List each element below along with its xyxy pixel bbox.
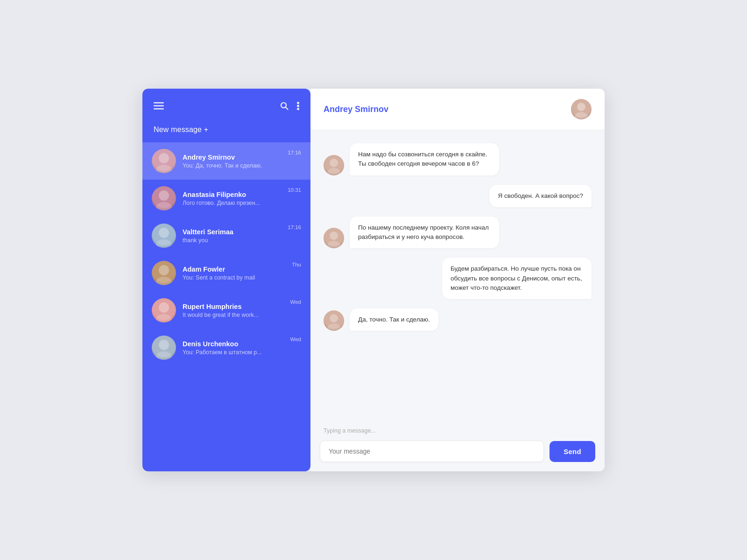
- conversation-preview: You: Sent a contract by mail: [183, 274, 287, 281]
- sidebar-header: [142, 89, 310, 121]
- conversation-name: Adam Fowler: [183, 266, 287, 273]
- svg-point-14: [159, 265, 169, 275]
- message-bubble: Будем разбираться. Но лучше пусть пока о…: [442, 258, 592, 299]
- svg-point-22: [330, 159, 338, 167]
- conversation-name: Denis Urchenkoo: [183, 340, 286, 348]
- hamburger-menu-button[interactable]: [154, 102, 164, 112]
- message-bubble: Я свободен. А какой вопрос?: [489, 185, 592, 207]
- message-bubble: Нам надо бы созвониться сегодня в скайпе…: [350, 143, 499, 175]
- avatar: [152, 261, 176, 285]
- new-message-button[interactable]: New message +: [142, 121, 310, 142]
- conversation-info: Andrey Smirnov You: Да, точно. Так и сде…: [183, 154, 283, 169]
- more-options-button[interactable]: [297, 102, 299, 112]
- conversation-info: Anastasia Filipenko Лого готово. Делаю п…: [183, 191, 283, 206]
- avatar: [152, 186, 176, 210]
- svg-point-6: [297, 105, 299, 107]
- conversation-time: Wed: [290, 336, 301, 342]
- conversation-time: 10:31: [288, 187, 301, 193]
- svg-point-12: [159, 228, 169, 238]
- sidebar-header-icons: [280, 102, 299, 112]
- conversation-info: Adam Fowler You: Sent a contract by mail: [183, 266, 287, 281]
- conversation-name: Valtteri Serimaa: [183, 228, 283, 236]
- svg-point-30: [330, 314, 338, 322]
- message-avatar: [324, 310, 344, 331]
- svg-rect-1: [154, 105, 164, 107]
- message-bubble: Да, точно. Так и сделаю.: [350, 308, 438, 331]
- message-avatar: [324, 228, 344, 248]
- svg-point-19: [156, 351, 172, 360]
- search-button[interactable]: [280, 102, 289, 112]
- conversation-name: Andrey Smirnov: [183, 154, 283, 161]
- svg-point-31: [327, 323, 340, 331]
- typing-indicator: Typing a message...: [310, 425, 605, 436]
- chat-header-name: Andrey Smirnov: [324, 105, 388, 114]
- avatar: [152, 336, 176, 360]
- conversation-info: Rupert Humphries It would be great if th…: [183, 303, 286, 318]
- svg-point-18: [159, 340, 169, 350]
- sidebar: New message + Andrey Smirnov You: Да, то…: [142, 89, 310, 471]
- message-input-area: Send: [310, 436, 605, 471]
- svg-point-13: [156, 239, 172, 248]
- conversation-info: Denis Urchenkoo You: Работаем в штатном …: [183, 340, 286, 356]
- message-row: Будем разбираться. Но лучше пусть пока о…: [324, 258, 592, 299]
- svg-point-7: [297, 108, 299, 110]
- conversation-preview: It would be great if the work...: [183, 312, 286, 318]
- conversation-name: Anastasia Filipenko: [183, 191, 283, 198]
- conversation-item[interactable]: Adam Fowler You: Sent a contract by mail…: [142, 254, 310, 292]
- conversation-preview: Лого готово. Делаю презен...: [183, 200, 283, 206]
- message-row: Да, точно. Так и сделаю.: [324, 308, 592, 331]
- conversation-name: Rupert Humphries: [183, 303, 286, 310]
- message-input[interactable]: [320, 441, 544, 462]
- app-container: New message + Andrey Smirnov You: Да, то…: [142, 89, 605, 471]
- message-row: По нашему последнему проекту. Коля начал…: [324, 217, 592, 249]
- messages-area: Нам надо бы созвониться сегодня в скайпе…: [310, 130, 605, 425]
- message-row: Нам надо бы созвониться сегодня в скайпе…: [324, 143, 592, 175]
- conversation-item[interactable]: Denis Urchenkoo You: Работаем в штатном …: [142, 329, 310, 366]
- message-avatar: [324, 155, 344, 175]
- svg-point-26: [330, 231, 338, 240]
- conversation-item[interactable]: Andrey Smirnov You: Да, точно. Так и сде…: [142, 142, 310, 180]
- conversation-info: Valtteri Serimaa thank you: [183, 228, 283, 244]
- conversation-item[interactable]: Valtteri Serimaa thank you 17:16: [142, 217, 310, 254]
- svg-rect-0: [154, 102, 164, 104]
- conversation-time: Wed: [290, 299, 301, 305]
- message-row: Я свободен. А какой вопрос?: [324, 185, 592, 207]
- svg-point-20: [577, 103, 585, 111]
- svg-point-9: [156, 165, 172, 173]
- svg-point-23: [327, 168, 340, 175]
- conversation-list: Andrey Smirnov You: Да, точно. Так и сде…: [142, 142, 310, 471]
- avatar: [152, 149, 176, 173]
- avatar: [152, 224, 176, 248]
- svg-rect-2: [154, 108, 164, 110]
- svg-point-16: [159, 302, 169, 313]
- svg-point-5: [297, 102, 299, 104]
- conversation-time: 17:16: [288, 150, 301, 155]
- svg-point-15: [156, 277, 172, 285]
- conversation-time: 17:16: [288, 224, 301, 230]
- chat-header-avatar: [571, 99, 592, 119]
- conversation-preview: You: Работаем в штатном р...: [183, 349, 286, 356]
- svg-point-10: [159, 190, 169, 201]
- conversation-time: Thu: [292, 262, 301, 267]
- svg-point-8: [159, 153, 169, 163]
- conversation-preview: You: Да, точно. Так и сделаю.: [183, 162, 283, 169]
- send-button[interactable]: Send: [550, 441, 595, 462]
- message-bubble: По нашему последнему проекту. Коля начал…: [350, 217, 499, 249]
- svg-point-17: [156, 314, 172, 322]
- chat-header: Andrey Smirnov: [310, 89, 605, 130]
- conversation-item[interactable]: Anastasia Filipenko Лого готово. Делаю п…: [142, 180, 310, 217]
- chat-panel: Andrey Smirnov Нам надо бы созвониться с…: [310, 89, 605, 471]
- svg-point-11: [156, 202, 172, 210]
- avatar: [152, 298, 176, 322]
- conversation-preview: thank you: [183, 237, 283, 244]
- svg-line-4: [286, 107, 288, 110]
- svg-point-27: [327, 241, 340, 248]
- conversation-item[interactable]: Rupert Humphries It would be great if th…: [142, 292, 310, 329]
- avatar-initials: [571, 99, 592, 119]
- svg-point-21: [575, 112, 588, 119]
